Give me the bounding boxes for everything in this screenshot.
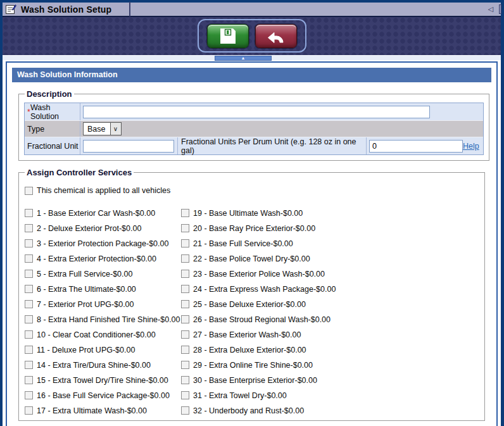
undo-arrow-icon xyxy=(267,28,286,44)
service-checkbox-row: 15 - Extra Towel Dry/Tire Shine-$0.00 xyxy=(25,375,181,385)
service-column-left: 1 - Base Exterior Car Wash-$0.00 2 - Del… xyxy=(25,208,181,415)
all-vehicles-row: This chemical is applied to all vehicles xyxy=(25,186,479,195)
service-label: 30 - Base Enterprise Exterior-$0.00 xyxy=(193,376,317,385)
service-label: 29 - Extra Online Tire Shine-$0.00 xyxy=(193,361,313,370)
service-checkbox[interactable] xyxy=(181,406,189,415)
fractional-per-drum-label: Fractional Units Per Drum Unit (e.g. 128… xyxy=(178,137,367,154)
toolbar-collapse-handle[interactable]: ▲ xyxy=(215,56,272,61)
service-label: 5 - Extra Full Service-$0.00 xyxy=(37,270,132,279)
service-checkbox[interactable] xyxy=(25,406,33,415)
assign-controller-services-legend: Assign Controller Services xyxy=(25,168,134,177)
service-label: 10 - Clear Coat Conditioner-$0.00 xyxy=(37,330,156,339)
service-checkbox-row: 31 - Extra Towel Dry-$0.00 xyxy=(181,391,336,400)
service-checkbox-row: 2 - Deluxe Exterior Prot-$0.00 xyxy=(25,223,181,233)
service-label: 4 - Extra Exterior Protection-$0.00 xyxy=(37,254,156,263)
chevron-down-icon: ∨ xyxy=(110,123,121,135)
titlebar-divider xyxy=(129,2,130,16)
service-checkbox[interactable] xyxy=(25,315,33,323)
assign-controller-services-fieldset: Assign Controller Services This chemical… xyxy=(18,168,485,421)
toolbar-collapse-bar: ▲ xyxy=(3,55,501,60)
service-checkbox-row: 28 - Extra Deluxe Exterior-$0.00 xyxy=(181,345,336,354)
service-checkbox[interactable] xyxy=(25,254,33,263)
service-checkbox-row: 27 - Base Exterior Wash-$0.00 xyxy=(181,330,336,339)
type-row: Type Base ∨ xyxy=(25,120,483,137)
service-checkbox-row: 30 - Base Enterprise Exterior-$0.00 xyxy=(181,375,336,385)
all-vehicles-checkbox[interactable] xyxy=(25,187,33,195)
service-checkbox[interactable] xyxy=(25,239,33,247)
service-checkbox-row: 24 - Extra Express Wash Package-$0.00 xyxy=(181,284,336,294)
service-label: 6 - Extra The Ultimate-$0.00 xyxy=(37,285,136,294)
service-checkbox-row: 16 - Base Full Service Package-$0.00 xyxy=(25,391,181,400)
service-checkbox-row: 7 - Exterior Prot UPG-$0.00 xyxy=(25,299,181,309)
service-checkbox-row: 25 - Base Deluxe Exterior-$0.00 xyxy=(181,299,336,309)
service-checkbox[interactable] xyxy=(25,209,33,217)
wash-solution-input[interactable] xyxy=(83,106,430,118)
service-checkbox[interactable] xyxy=(181,361,189,369)
service-label: 7 - Exterior Prot UPG-$0.00 xyxy=(37,300,134,309)
service-checkbox[interactable] xyxy=(181,346,189,354)
service-checkbox-row: 20 - Base Ray Price Exterior-$0.00 xyxy=(181,223,336,233)
service-checkbox[interactable] xyxy=(25,270,33,278)
type-label: Type xyxy=(25,121,80,137)
service-checkbox[interactable] xyxy=(25,300,33,308)
service-label: 8 - Extra Hand Finished Tire Shine-$0.00 xyxy=(37,315,180,324)
service-checkbox[interactable] xyxy=(181,239,189,247)
type-select-value: Base xyxy=(84,123,110,135)
content-area: Wash Solution Information Description *W… xyxy=(3,60,501,426)
service-checkbox[interactable] xyxy=(181,391,189,399)
fractional-per-drum-input[interactable] xyxy=(369,140,463,153)
service-checkbox[interactable] xyxy=(181,224,189,232)
service-checkbox[interactable] xyxy=(181,254,189,263)
service-checkbox[interactable] xyxy=(25,330,33,339)
service-checkbox[interactable] xyxy=(181,270,189,278)
page-title: Wash Solution Setup xyxy=(21,4,129,15)
service-checkbox-row: 10 - Clear Coat Conditioner-$0.00 xyxy=(25,330,181,339)
title-bar: Wash Solution Setup ◁ xyxy=(3,3,501,17)
fractional-unit-input[interactable] xyxy=(83,140,174,153)
service-checkbox-row: 11 - Deluxe Prot UPG-$0.00 xyxy=(25,345,181,354)
help-link[interactable]: Help xyxy=(463,142,479,151)
service-column-right: 19 - Base Ultimate Wash-$0.00 20 - Base … xyxy=(181,208,336,415)
service-checkbox-row: 1 - Base Exterior Car Wash-$0.00 xyxy=(25,208,181,218)
back-button[interactable] xyxy=(255,24,297,48)
service-checkbox-row: 4 - Extra Exterior Protection-$0.00 xyxy=(25,254,181,263)
service-label: 15 - Extra Towel Dry/Tire Shine-$0.00 xyxy=(37,376,168,385)
service-checkbox-row: 29 - Extra Online Tire Shine-$0.00 xyxy=(181,360,336,370)
service-checkbox-grid: 1 - Base Exterior Car Wash-$0.00 2 - Del… xyxy=(25,208,479,415)
service-checkbox[interactable] xyxy=(25,391,33,399)
service-label: 23 - Base Exterior Police Wash-$0.00 xyxy=(193,270,325,279)
service-label: 24 - Extra Express Wash Package-$0.00 xyxy=(193,285,336,294)
service-checkbox-row: 14 - Extra Tire/Dura Shine-$0.00 xyxy=(25,360,181,370)
service-checkbox[interactable] xyxy=(181,209,189,217)
service-checkbox[interactable] xyxy=(25,376,33,384)
service-checkbox-row: 23 - Base Exterior Police Wash-$0.00 xyxy=(181,269,336,279)
service-checkbox[interactable] xyxy=(25,361,33,369)
left-triangle-icon[interactable]: ◁ xyxy=(488,6,493,13)
service-checkbox[interactable] xyxy=(181,330,189,339)
toolbar-button-group xyxy=(198,19,306,53)
service-checkbox-row: 26 - Base Stroud Regional Wash-$0.00 xyxy=(181,315,336,324)
type-select[interactable]: Base ∨ xyxy=(83,122,122,135)
service-checkbox-row: 32 - Underbody and Rust-$0.00 xyxy=(181,406,336,415)
service-checkbox[interactable] xyxy=(25,285,33,293)
toolbar xyxy=(3,17,501,55)
service-checkbox-row: 21 - Base Full Service-$0.00 xyxy=(181,239,336,248)
service-label: 11 - Deluxe Prot UPG-$0.00 xyxy=(37,346,135,354)
service-checkbox[interactable] xyxy=(25,224,33,232)
description-table: *Wash Solution Type Base ∨ xyxy=(24,103,484,155)
service-checkbox[interactable] xyxy=(181,376,189,384)
floppy-disk-icon xyxy=(219,27,237,45)
titlebar-edge-fragment xyxy=(499,4,501,14)
service-checkbox[interactable] xyxy=(181,315,189,323)
service-label: 25 - Base Deluxe Exterior-$0.00 xyxy=(193,300,306,309)
service-label: 20 - Base Ray Price Exterior-$0.00 xyxy=(193,224,315,233)
service-checkbox[interactable] xyxy=(25,346,33,354)
service-checkbox-row: 6 - Extra The Ultimate-$0.00 xyxy=(25,284,181,294)
service-checkbox[interactable] xyxy=(181,300,189,308)
service-checkbox-row: 19 - Base Ultimate Wash-$0.00 xyxy=(181,208,336,218)
save-button[interactable] xyxy=(207,24,249,48)
service-label: 2 - Deluxe Exterior Prot-$0.00 xyxy=(37,224,141,233)
service-checkbox[interactable] xyxy=(181,285,189,293)
service-checkbox-row: 5 - Extra Full Service-$0.00 xyxy=(25,269,181,279)
service-label: 1 - Base Exterior Car Wash-$0.00 xyxy=(37,209,155,218)
